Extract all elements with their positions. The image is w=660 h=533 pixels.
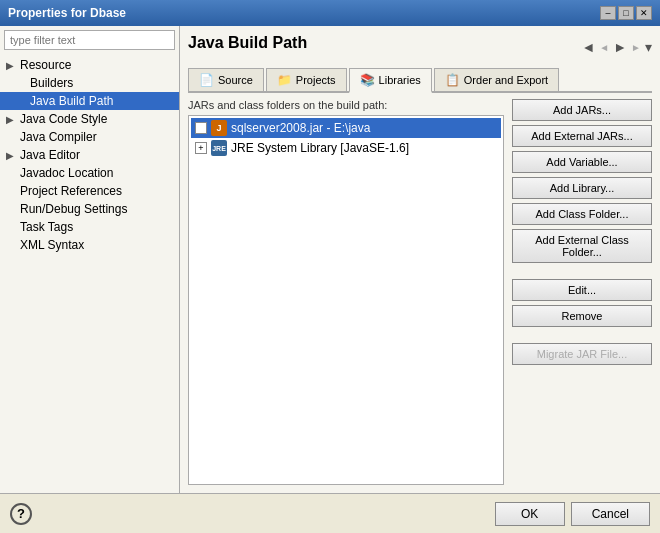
- sidebar-item-xml-syntax[interactable]: XML Syntax: [0, 236, 179, 254]
- sidebar-item-java-compiler[interactable]: Java Compiler: [0, 128, 179, 146]
- jar-list-area: JARs and class folders on the build path…: [188, 99, 504, 485]
- projects-icon: 📁: [277, 73, 292, 87]
- content-area: ▶ Resource Builders Java Build Path ▶ Ja…: [0, 26, 660, 493]
- remove-button[interactable]: Remove: [512, 305, 652, 327]
- ok-button[interactable]: OK: [495, 502, 565, 526]
- jar-label-jre: JRE System Library [JavaSE-1.6]: [231, 141, 409, 155]
- sidebar-item-label: Java Compiler: [20, 130, 97, 144]
- jar-icon-sqlserver: J: [211, 120, 227, 136]
- window-title: Properties for Dbase: [8, 6, 126, 20]
- buttons-panel: Add JARs... Add External JARs... Add Var…: [512, 99, 652, 485]
- library-section: JARs and class folders on the build path…: [188, 99, 652, 485]
- sidebar-item-java-code-style[interactable]: ▶ Java Code Style: [0, 110, 179, 128]
- tab-libraries-label: Libraries: [379, 74, 421, 86]
- right-panel: Java Build Path ◄ ◄ ► ► ▾ 📄 Source: [180, 26, 660, 493]
- sidebar-item-project-references[interactable]: Project References: [0, 182, 179, 200]
- sidebar-item-label: Resource: [20, 58, 71, 72]
- add-jars-button[interactable]: Add JARs...: [512, 99, 652, 121]
- add-library-button[interactable]: Add Library...: [512, 177, 652, 199]
- back-arrow[interactable]: ◄: [581, 39, 595, 55]
- jar-item-sqlserver[interactable]: + J sqlserver2008.jar - E:\java: [191, 118, 501, 138]
- sidebar-item-label: Task Tags: [20, 220, 73, 234]
- jar-list-label: JARs and class folders on the build path…: [188, 99, 504, 111]
- libraries-icon: 📚: [360, 73, 375, 87]
- sidebar-item-label: XML Syntax: [20, 238, 84, 252]
- tab-source[interactable]: 📄 Source: [188, 68, 264, 91]
- sidebar-item-run-debug-settings[interactable]: Run/Debug Settings: [0, 200, 179, 218]
- jar-label-sqlserver: sqlserver2008.jar - E:\java: [231, 121, 370, 135]
- panel-title: Java Build Path: [188, 34, 307, 52]
- sidebar: ▶ Resource Builders Java Build Path ▶ Ja…: [0, 26, 180, 493]
- sidebar-item-builders[interactable]: Builders: [0, 74, 179, 92]
- sidebar-item-label: Java Editor: [20, 148, 80, 162]
- bottom-bar: ? OK Cancel: [0, 493, 660, 533]
- jar-icon-jre: JRE: [211, 140, 227, 156]
- sidebar-item-java-build-path[interactable]: Java Build Path: [0, 92, 179, 110]
- sidebar-item-java-editor[interactable]: ▶ Java Editor: [0, 146, 179, 164]
- dropdown-arrow[interactable]: ▾: [645, 39, 652, 55]
- sidebar-item-javadoc-location[interactable]: Javadoc Location: [0, 164, 179, 182]
- sidebar-item-label: Builders: [30, 76, 73, 90]
- jar-item-jre[interactable]: + JRE JRE System Library [JavaSE-1.6]: [191, 138, 501, 158]
- sidebar-item-label: Java Build Path: [30, 94, 113, 108]
- ok-cancel-buttons: OK Cancel: [495, 502, 650, 526]
- title-bar: Properties for Dbase – □ ✕: [0, 0, 660, 26]
- sidebar-tree: ▶ Resource Builders Java Build Path ▶ Ja…: [0, 54, 179, 493]
- edit-button[interactable]: Edit...: [512, 279, 652, 301]
- migrate-jar-button[interactable]: Migrate JAR File...: [512, 343, 652, 365]
- sidebar-item-task-tags[interactable]: Task Tags: [0, 218, 179, 236]
- jar-list[interactable]: + J sqlserver2008.jar - E:\java + JRE JR…: [188, 115, 504, 485]
- expand-icon: ▶: [6, 60, 16, 71]
- sidebar-item-label: Run/Debug Settings: [20, 202, 127, 216]
- minimize-button[interactable]: –: [600, 6, 616, 20]
- sidebar-item-label: Javadoc Location: [20, 166, 113, 180]
- tabs-container: 📄 Source 📁 Projects 📚 Libraries 📋 Order …: [188, 68, 652, 93]
- maximize-button[interactable]: □: [618, 6, 634, 20]
- expand-icon: ▶: [6, 114, 16, 125]
- tab-order-and-export[interactable]: 📋 Order and Export: [434, 68, 559, 91]
- add-external-jars-button[interactable]: Add External JARs...: [512, 125, 652, 147]
- cancel-button[interactable]: Cancel: [571, 502, 650, 526]
- filter-input[interactable]: [4, 30, 175, 50]
- tab-order-label: Order and Export: [464, 74, 548, 86]
- tab-projects-label: Projects: [296, 74, 336, 86]
- source-icon: 📄: [199, 73, 214, 87]
- window-controls: – □ ✕: [600, 6, 652, 20]
- expand-icon: ▶: [6, 150, 16, 161]
- add-class-folder-button[interactable]: Add Class Folder...: [512, 203, 652, 225]
- jar-expand-sqlserver[interactable]: +: [195, 122, 207, 134]
- tab-libraries[interactable]: 📚 Libraries: [349, 68, 432, 93]
- add-external-class-folder-button[interactable]: Add External Class Folder...: [512, 229, 652, 263]
- btn-spacer-2: [512, 331, 652, 339]
- main-container: ▶ Resource Builders Java Build Path ▶ Ja…: [0, 26, 660, 533]
- order-icon: 📋: [445, 73, 460, 87]
- right-panel-wrapper: Java Build Path ◄ ◄ ► ► ▾ 📄 Source: [180, 26, 660, 493]
- forward-arrow[interactable]: ►: [613, 39, 627, 55]
- nav-arrows: ◄ ◄ ► ► ▾: [581, 39, 652, 55]
- tab-source-label: Source: [218, 74, 253, 86]
- help-button[interactable]: ?: [10, 503, 32, 525]
- sidebar-item-label: Project References: [20, 184, 122, 198]
- btn-spacer-1: [512, 267, 652, 275]
- tab-projects[interactable]: 📁 Projects: [266, 68, 347, 91]
- sidebar-item-label: Java Code Style: [20, 112, 107, 126]
- sidebar-item-resource[interactable]: ▶ Resource: [0, 56, 179, 74]
- close-button[interactable]: ✕: [636, 6, 652, 20]
- jar-expand-jre[interactable]: +: [195, 142, 207, 154]
- add-variable-button[interactable]: Add Variable...: [512, 151, 652, 173]
